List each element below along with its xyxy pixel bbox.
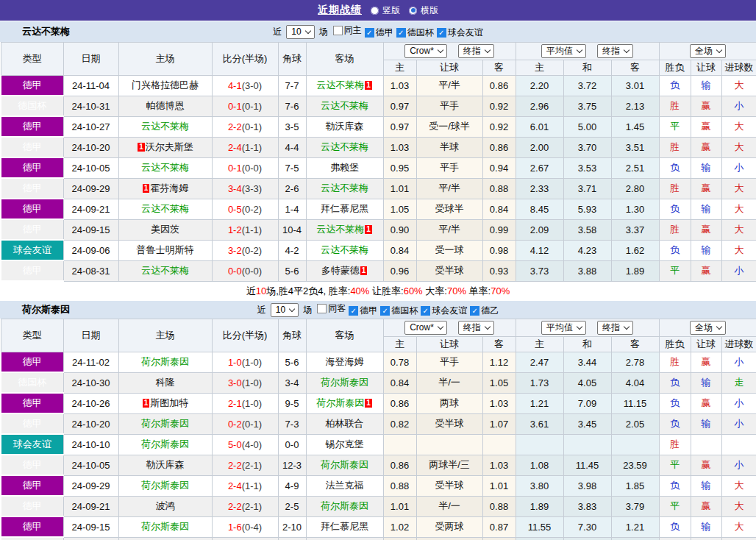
match-date-cell: 24-10-10: [63, 434, 118, 455]
filters: 近 10 场 同主✓德甲✓德国杯✓球会友谊: [273, 24, 482, 39]
checkbox-checked-icon[interactable]: ✓: [421, 306, 430, 316]
league-filter-checkbox[interactable]: ✓德国杯: [396, 26, 434, 39]
odds-home-cell: 0.82: [383, 413, 416, 434]
league-filter-checkbox[interactable]: ✓德乙: [470, 305, 499, 317]
avg-home-cell: 2.33: [516, 178, 563, 199]
home-team-cell: 勒沃库森: [118, 455, 212, 475]
radio-icon[interactable]: [371, 7, 379, 15]
summary-line: 近10场,胜4平2负4, 胜率:40% 让胜率:60% 大率:70% 单率:70…: [0, 282, 756, 300]
match-date-cell: 24-08-31: [63, 260, 118, 281]
col-header-away: 客场: [306, 43, 383, 76]
match-date-cell: 24-09-29: [63, 178, 118, 199]
avg-home-cell: 2.67: [516, 157, 563, 178]
result-winlose-cell: 负: [659, 240, 691, 260]
avg-away-cell: 4.04: [611, 372, 659, 393]
match-type-cell: 德甲: [1, 516, 63, 537]
layout-radio-horizontal[interactable]: 横版: [409, 4, 438, 17]
avg-home-cell: [516, 434, 563, 455]
checkbox-checked-icon[interactable]: ✓: [470, 306, 479, 316]
recent-count-select[interactable]: 10: [286, 25, 314, 39]
checkbox-unchecked-icon[interactable]: [333, 26, 343, 35]
home-team-cell: 美因茨: [118, 219, 212, 240]
result-winlose-cell: 平: [659, 496, 691, 516]
team-label: 拜仁慕尼黑: [321, 203, 368, 214]
fulltime-score: 3-0: [228, 377, 242, 388]
league-filter-checkbox[interactable]: 同客: [317, 302, 346, 315]
match-row: 德国杯24-10-31帕德博恩0-1(0-1)7-6云达不莱梅0.97平手0.9…: [1, 96, 756, 116]
away-team-cell: 法兰克福: [306, 475, 383, 496]
subcol-winlose: 胜负: [659, 337, 691, 352]
odds-source-select[interactable]: Crow*: [404, 44, 447, 58]
score-cell: 0-2(0-1): [212, 413, 278, 434]
subcol-winlose: 胜负: [659, 60, 691, 76]
away-team-cell: 荷尔斯泰因: [306, 372, 383, 393]
team-label: 柏林联合: [326, 418, 364, 429]
fulltime-select[interactable]: 全场: [690, 321, 726, 335]
match-row: 德甲24-09-15荷尔斯泰因1-6(0-4)2-10拜仁慕尼黑1.02受两球0…: [1, 516, 756, 537]
team-filter-bar: 荷尔斯泰因 近 10 场 同客✓德甲✓德国杯✓球会友谊✓德乙: [0, 300, 756, 319]
radio-icon[interactable]: [409, 7, 417, 15]
checkbox-checked-icon[interactable]: ✓: [437, 28, 446, 38]
handicap-line-cell: 平/半: [416, 219, 482, 240]
league-filter-checkbox[interactable]: ✓球会友谊: [421, 305, 467, 317]
odds-stage-select[interactable]: 终指: [458, 44, 494, 58]
avg-draw-cell: 3.83: [563, 496, 611, 516]
avg-draw-cell: 3.45: [563, 413, 611, 434]
team-label: 弗赖堡: [330, 162, 359, 173]
result-handicap-cell: [691, 434, 721, 455]
away-team-cell: 荷尔斯泰因: [306, 496, 383, 516]
chevron-down-icon: [304, 27, 310, 33]
odds-home-cell: 0.96: [383, 260, 416, 281]
handicap-line-cell: 平手: [416, 352, 482, 373]
handicap-line-cell: 半/一: [416, 372, 482, 393]
halftime-score: (0-2): [242, 204, 262, 215]
subcol-odds-home: 主: [383, 337, 416, 352]
result-winlose-cell: 负: [659, 199, 691, 219]
match-row: 德国杯24-10-30科隆3-0(1-0)3-4荷尔斯泰因0.84半/一1.05…: [1, 372, 756, 393]
avg-draw-cell: 7.30: [563, 516, 611, 537]
match-row: 德甲24-10-261斯图加特2-1(1-0)9-5荷尔斯泰因10.86两球1.…: [1, 393, 756, 413]
league-filter-checkbox[interactable]: ✓德国杯: [380, 305, 418, 317]
fulltime-select[interactable]: 全场: [690, 44, 726, 58]
match-date-cell: 24-10-30: [63, 372, 118, 393]
odds-source-select[interactable]: Crow*: [404, 321, 447, 335]
score-cell: 3-4(3-3): [212, 178, 278, 199]
league-filter-checkbox[interactable]: ✓德甲: [349, 305, 377, 317]
odds-stage-select[interactable]: 终指: [458, 321, 494, 335]
avg-home-cell: 2.20: [516, 76, 563, 96]
league-filter-checkbox[interactable]: ✓球会友谊: [437, 26, 483, 39]
score-cell: 3-0(1-0): [212, 372, 278, 393]
match-type-cell: 德国杯: [1, 96, 63, 116]
layout-radio-vertical[interactable]: 竖版: [371, 4, 400, 17]
checkbox-checked-icon[interactable]: ✓: [365, 28, 374, 38]
avg-odds-select[interactable]: 平均值: [541, 321, 586, 335]
avg-away-cell: 2.05: [611, 413, 659, 434]
away-team-cell: 云达不莱梅1: [306, 76, 383, 96]
league-filter-checkbox[interactable]: 同主: [333, 24, 362, 37]
checkbox-checked-icon[interactable]: ✓: [396, 28, 406, 38]
avg-stage-select[interactable]: 终指: [597, 44, 633, 58]
away-team-cell: 荷尔斯泰因: [306, 455, 383, 475]
avg-odds-select[interactable]: 平均值: [541, 44, 586, 58]
chevron-down-icon: [716, 324, 722, 330]
match-date-cell: 24-08-31: [63, 537, 118, 540]
league-filter-checkbox[interactable]: ✓德甲: [365, 26, 393, 39]
checkbox-checked-icon[interactable]: ✓: [349, 306, 358, 316]
recent-label-prefix: 近: [257, 304, 266, 316]
handicap-line-cell: 受半球: [416, 413, 482, 434]
home-team-cell: 门兴格拉德巴赫: [118, 76, 212, 96]
handicap-line-cell: 受两球: [416, 516, 482, 537]
fulltime-score: 4-1: [228, 80, 242, 91]
avg-away-cell: 23.59: [611, 455, 659, 475]
avg-draw-cell: 5.00: [563, 116, 611, 137]
recent-count-select[interactable]: 10: [271, 303, 299, 317]
col-header-corner: 角球: [278, 319, 306, 352]
checkbox-unchecked-icon[interactable]: [317, 304, 327, 313]
result-goals-cell: 走: [721, 372, 756, 393]
section-werder-bremen: 云达不莱梅 近 10 场 同主✓德甲✓德国杯✓球会友谊 类型 日期 主场 比分(…: [0, 21, 756, 300]
subcol-handicap: 让球: [416, 60, 482, 76]
avg-home-cell: 6.01: [516, 116, 563, 137]
avg-stage-select[interactable]: 终指: [597, 321, 633, 335]
checkbox-checked-icon[interactable]: ✓: [380, 306, 390, 316]
result-winlose-cell: 负: [659, 76, 691, 96]
